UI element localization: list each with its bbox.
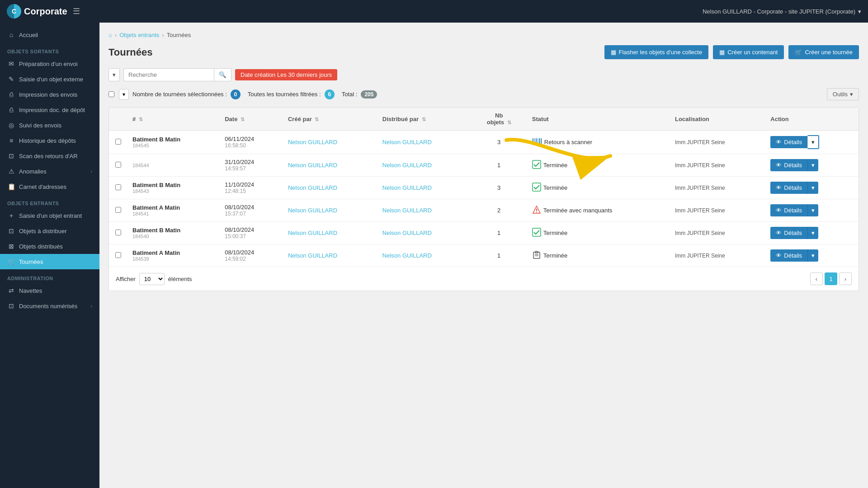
sidebar-item-impression-depot[interactable]: ⎙ Impression doc. de dépôt bbox=[0, 102, 99, 117]
total-label: Total : bbox=[342, 91, 358, 98]
th-num[interactable]: # ⇅ bbox=[127, 108, 219, 131]
creer-contenant-button[interactable]: ▦ Créer un contenant bbox=[713, 45, 784, 59]
creer-tournee-button[interactable]: 🛒 Créer une tournée bbox=[788, 45, 859, 59]
sidebar-item-carnet[interactable]: 📋 Carnet d'adresses bbox=[0, 179, 99, 194]
row-cree-par[interactable]: Nelson GUILLARD bbox=[288, 139, 337, 145]
sidebar-item-label: Scan des retours d'AR bbox=[19, 153, 78, 160]
row-action-cell: 👁 Détails ▾ bbox=[765, 222, 859, 244]
row-date: 31/10/2024 bbox=[225, 159, 277, 165]
row-statut: Terminée bbox=[532, 250, 567, 261]
select-dropdown-button[interactable]: ▾ bbox=[119, 89, 129, 100]
row-distribue-par-cell: Nelson GUILLARD bbox=[377, 244, 472, 267]
page-header: Tournées ▦ Flasher les objets d'une coll… bbox=[108, 45, 859, 59]
row-name: Batiment B Matin bbox=[132, 136, 214, 143]
sidebar-item-scan-retours[interactable]: ⊡ Scan des retours d'AR bbox=[0, 148, 99, 164]
outils-button[interactable]: Outils ▾ bbox=[827, 88, 859, 100]
row-cree-par[interactable]: Nelson GUILLARD bbox=[288, 184, 337, 191]
row-checkbox[interactable] bbox=[115, 252, 121, 258]
row-checkbox[interactable] bbox=[115, 184, 121, 190]
th-nb-objets[interactable]: Nbobjets ⇅ bbox=[472, 108, 527, 131]
row-checkbox[interactable] bbox=[115, 139, 121, 145]
th-date[interactable]: Date ⇅ bbox=[219, 108, 283, 131]
detail-arrow-button[interactable]: ▾ bbox=[807, 159, 818, 171]
sidebar-item-objets-distribuer[interactable]: ⊡ Objets à distribuer bbox=[0, 223, 99, 239]
detail-button[interactable]: 👁 Détails bbox=[770, 227, 807, 239]
row-checkbox[interactable] bbox=[115, 162, 121, 168]
menu-icon[interactable]: ☰ bbox=[73, 6, 80, 16]
detail-arrow-button[interactable]: ▾ bbox=[807, 249, 818, 262]
sidebar-item-label: Tournées bbox=[19, 258, 43, 265]
sidebar-item-accueil[interactable]: ⌂ Accueil bbox=[0, 27, 99, 42]
statut-label: Terminée bbox=[543, 162, 567, 169]
action-group: 👁 Détails ▾ bbox=[770, 182, 853, 194]
detail-button[interactable]: 👁 Détails bbox=[770, 204, 807, 216]
sidebar-item-preparation-envoi[interactable]: ✉ Préparation d'un envoi bbox=[0, 56, 99, 71]
svg-rect-5 bbox=[541, 138, 542, 145]
sidebar-item-label: Préparation d'un envoi bbox=[19, 61, 78, 67]
th-cree-par[interactable]: Créé par ⇅ bbox=[283, 108, 377, 131]
home-breadcrumb-icon[interactable]: ⌂ bbox=[108, 32, 112, 38]
flasher-button[interactable]: ▦ Flasher les objets d'une collecte bbox=[604, 45, 709, 59]
row-cree-par-cell: Nelson GUILLARD bbox=[283, 199, 377, 222]
row-checkbox-cell bbox=[109, 222, 127, 244]
row-cree-par[interactable]: Nelson GUILLARD bbox=[288, 207, 337, 214]
detail-arrow-button[interactable]: ▾ bbox=[807, 135, 819, 149]
sidebar-item-saisie-entrant[interactable]: + Saisie d'un objet entrant bbox=[0, 208, 99, 223]
row-nb-objets-cell: 3 bbox=[472, 177, 527, 199]
detail-button[interactable]: 👁 Détails bbox=[770, 182, 807, 194]
row-distribue-par[interactable]: Nelson GUILLARD bbox=[382, 252, 432, 259]
row-distribue-par[interactable]: Nelson GUILLARD bbox=[382, 207, 432, 214]
row-distribue-par[interactable]: Nelson GUILLARD bbox=[382, 184, 432, 191]
row-cree-par[interactable]: Nelson GUILLARD bbox=[288, 162, 337, 169]
sidebar-item-saisie-externe[interactable]: ✎ Saisie d'un objet externe bbox=[0, 71, 99, 87]
sidebar-item-historique[interactable]: ≡ Historique des dépôts bbox=[0, 133, 99, 148]
sidebar-item-anomalies[interactable]: ⚠ Anomalies › bbox=[0, 164, 99, 179]
detail-button[interactable]: 👁 Détails bbox=[770, 136, 807, 148]
row-localisation: Imm JUPITER Seine bbox=[675, 162, 725, 169]
user-menu[interactable]: Nelson GUILLARD - Corporate - site JUPIT… bbox=[703, 8, 861, 15]
page-1-button[interactable]: 1 bbox=[825, 272, 837, 285]
breadcrumb-objets-entrants[interactable]: Objets entrants bbox=[119, 32, 159, 38]
row-distribue-par-cell: Nelson GUILLARD bbox=[377, 199, 472, 222]
row-distribue-par[interactable]: Nelson GUILLARD bbox=[382, 230, 432, 236]
per-page-select[interactable]: 10 25 50 100 bbox=[139, 273, 165, 285]
sidebar-item-documents[interactable]: ⊡ Documents numérisés › bbox=[0, 298, 99, 314]
sidebar-item-suivi-envois[interactable]: ◎ Suivi des envois bbox=[0, 117, 99, 133]
th-distribue-par[interactable]: Distribué par ⇅ bbox=[377, 108, 472, 131]
row-distribue-par[interactable]: Nelson GUILLARD bbox=[382, 162, 432, 169]
detail-button[interactable]: 👁 Détails bbox=[770, 249, 807, 262]
prev-page-button[interactable]: ‹ bbox=[810, 272, 823, 285]
row-checkbox[interactable] bbox=[115, 230, 121, 235]
row-cree-par[interactable]: Nelson GUILLARD bbox=[288, 230, 337, 236]
filter-toggle-button[interactable]: ▾ bbox=[108, 68, 120, 81]
sidebar-item-tournees[interactable]: 🛒 Tournées bbox=[0, 254, 99, 269]
search-button[interactable]: 🔍 bbox=[214, 68, 231, 81]
row-num: 184544 bbox=[132, 163, 214, 168]
filter-tag[interactable]: Date création Les 30 derniers jours bbox=[235, 69, 337, 80]
breadcrumb-tournees: Tournées bbox=[167, 32, 191, 38]
sidebar-item-navettes[interactable]: ⇄ Navettes bbox=[0, 283, 99, 298]
svg-rect-6 bbox=[533, 160, 541, 169]
detail-button[interactable]: 👁 Détails bbox=[770, 159, 807, 171]
contenant-label: Créer un contenant bbox=[727, 49, 778, 56]
outils-arrow-icon: ▾ bbox=[850, 91, 853, 98]
statut-icon bbox=[532, 137, 542, 147]
row-distribue-par[interactable]: Nelson GUILLARD bbox=[382, 139, 432, 145]
row-distribue-par-cell: Nelson GUILLARD bbox=[377, 177, 472, 199]
next-page-button[interactable]: › bbox=[839, 272, 852, 285]
detail-arrow-button[interactable]: ▾ bbox=[807, 227, 818, 239]
detail-arrow-button[interactable]: ▾ bbox=[807, 182, 818, 194]
detail-arrow-button[interactable]: ▾ bbox=[807, 204, 818, 216]
row-nb-objets-cell: 1 bbox=[472, 222, 527, 244]
sidebar-item-objets-distribues[interactable]: ⊠ Objets distribués bbox=[0, 239, 99, 254]
row-num-cell: Batiment B Matin 184540 bbox=[127, 222, 219, 244]
row-checkbox[interactable] bbox=[115, 207, 121, 213]
statut-label: Retours à scanner bbox=[544, 139, 592, 145]
app-logo[interactable]: C Corporate bbox=[7, 4, 67, 19]
sidebar-item-impression-envois[interactable]: ⎙ Impression des envois bbox=[0, 87, 99, 102]
eye-icon: 👁 bbox=[776, 139, 782, 145]
search-input[interactable] bbox=[123, 68, 214, 81]
row-cree-par[interactable]: Nelson GUILLARD bbox=[288, 252, 337, 259]
select-all-checkbox[interactable] bbox=[108, 91, 114, 97]
eye-icon: 👁 bbox=[776, 252, 782, 259]
